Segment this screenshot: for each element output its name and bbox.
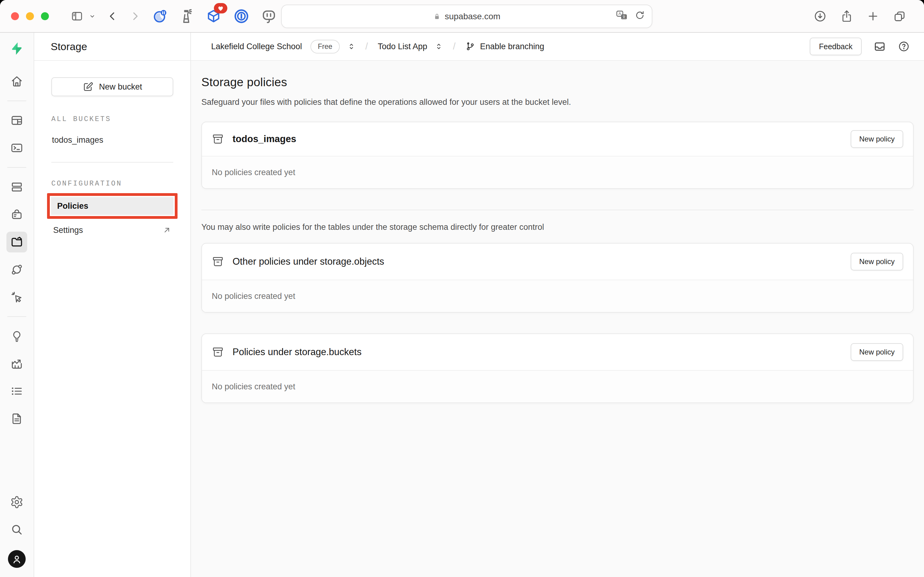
plan-badge: Free: [311, 40, 340, 53]
section-divider: [201, 210, 914, 210]
sidebar-item-reports[interactable]: [6, 353, 27, 374]
lock-icon: [433, 13, 441, 21]
sidebar-item-storage[interactable]: [6, 232, 27, 253]
reload-icon[interactable]: [635, 10, 645, 23]
new-policy-button[interactable]: New policy: [851, 130, 903, 148]
browser-toolbar: I supabase.com A 文: [0, 0, 924, 33]
buckets-section-label: ALL BUCKETS: [52, 115, 173, 123]
help-icon[interactable]: [898, 40, 910, 53]
archive-icon: [212, 133, 224, 145]
empty-policies-text: No policies created yet: [202, 370, 913, 403]
bucket-item-todos-images[interactable]: todos_images: [52, 135, 173, 145]
git-branch-icon: [465, 42, 475, 52]
search-icon[interactable]: [6, 519, 27, 540]
zoom-window-button[interactable]: [41, 12, 49, 20]
policy-card-todos-images: todos_images New policy No policies crea…: [201, 122, 914, 189]
new-policy-button[interactable]: New policy: [851, 253, 903, 271]
onepassword-extension-icon[interactable]: [233, 8, 250, 24]
rail-divider: [7, 100, 26, 101]
main-area: Lakefield College School Free / Todo Lis…: [191, 33, 924, 577]
feedback-button[interactable]: Feedback: [810, 38, 862, 55]
nav-rail: [0, 33, 34, 577]
sidebar-item-database[interactable]: [6, 177, 27, 197]
breadcrumb: Lakefield College School Free / Todo Lis…: [211, 40, 544, 53]
card-title: Other policies under storage.objects: [233, 256, 384, 267]
card-title: todos_images: [233, 134, 296, 145]
policy-card-storage-objects: Other policies under storage.objects New…: [201, 243, 914, 313]
org-name[interactable]: Lakefield College School: [211, 42, 302, 52]
sidebar-item-settings[interactable]: Settings: [47, 221, 177, 239]
empty-policies-text: No policies created yet: [202, 156, 913, 188]
new-tab-icon[interactable]: [866, 10, 879, 23]
tab-overview-icon[interactable]: [893, 10, 906, 23]
url-text: supabase.com: [444, 11, 500, 21]
annotation-highlight-box: Policies: [47, 193, 177, 219]
app-shell: Storage New bucket ALL BUCKETS todos_ima…: [0, 33, 924, 577]
rail-divider: [7, 316, 26, 317]
sidebar-item-project-settings[interactable]: [6, 492, 27, 513]
breadcrumb-separator: /: [451, 41, 458, 52]
schema-note: You may also write policies for the tabl…: [201, 222, 914, 232]
notifications-inbox-icon[interactable]: [873, 40, 886, 53]
sidebar-item-logs[interactable]: [6, 381, 27, 401]
traffic-lights: [11, 12, 49, 20]
back-button-icon[interactable]: [106, 10, 119, 22]
new-bucket-label: New bucket: [99, 82, 142, 92]
sidebar-item-api-docs[interactable]: [6, 408, 27, 429]
configuration-section-label: CONFIGURATION: [52, 180, 173, 188]
share-icon[interactable]: [840, 9, 853, 23]
policy-card-storage-buckets: Policies under storage.buckets New polic…: [201, 334, 914, 403]
page-title: Storage policies: [201, 76, 914, 89]
empty-policies-text: No policies created yet: [202, 280, 913, 312]
sidebar-item-policies[interactable]: Policies: [51, 197, 174, 215]
sleep-timer-extension-icon[interactable]: [152, 8, 168, 24]
org-switcher-chevron-icon[interactable]: [347, 42, 356, 51]
minimize-window-button[interactable]: [26, 12, 34, 20]
sidebar-item-advisors[interactable]: [6, 326, 27, 347]
sidebar-item-edge-functions[interactable]: [6, 259, 27, 280]
edit-icon: [82, 81, 93, 92]
spray-cleaner-extension-icon[interactable]: [180, 8, 194, 24]
enable-branching-button[interactable]: Enable branching: [465, 42, 544, 52]
enable-branching-label: Enable branching: [480, 42, 544, 52]
mastodon-extension-icon[interactable]: [261, 8, 277, 24]
chevron-down-icon[interactable]: [89, 13, 96, 20]
address-bar[interactable]: supabase.com A 文: [281, 5, 652, 28]
downloads-icon[interactable]: [813, 10, 827, 23]
sidebar-toggle-icon[interactable]: [71, 10, 84, 23]
forward-button-icon[interactable]: [129, 10, 141, 22]
svg-text:文: 文: [622, 15, 626, 19]
sidebar-title: Storage: [34, 33, 190, 61]
translate-icon[interactable]: A 文: [616, 10, 628, 23]
svg-text:A: A: [618, 11, 621, 16]
supabase-logo-icon[interactable]: [9, 41, 25, 56]
archive-icon: [212, 346, 224, 358]
breadcrumb-separator: /: [363, 41, 371, 52]
sidebar-divider: [52, 162, 173, 163]
sidebar-item-authentication[interactable]: [6, 204, 27, 225]
package-cube-extension-icon[interactable]: [205, 8, 222, 24]
card-title: Policies under storage.buckets: [233, 347, 361, 358]
project-header: Lakefield College School Free / Todo Lis…: [191, 33, 924, 61]
page-subtitle: Safeguard your files with policies that …: [201, 97, 914, 107]
external-link-icon: [162, 226, 171, 235]
browser-window: I supabase.com A 文: [0, 0, 924, 577]
policies-label: Policies: [57, 201, 88, 211]
sidebar-item-sql-editor[interactable]: [6, 137, 27, 158]
new-bucket-button[interactable]: New bucket: [52, 77, 173, 96]
archive-icon: [212, 256, 224, 268]
sidebar-item-realtime[interactable]: [6, 287, 27, 308]
heart-badge-icon: [214, 3, 227, 13]
account-avatar[interactable]: [8, 550, 26, 568]
close-window-button[interactable]: [11, 12, 19, 20]
project-name[interactable]: Todo List App: [378, 42, 427, 52]
storage-policies-page: Storage policies Safeguard your files wi…: [191, 61, 924, 577]
sidebar-item-home[interactable]: [6, 71, 27, 92]
settings-label: Settings: [53, 226, 83, 235]
project-switcher-chevron-icon[interactable]: [435, 42, 443, 51]
sidebar-item-table-editor[interactable]: [6, 110, 27, 131]
rail-divider: [7, 167, 26, 168]
storage-sidebar: Storage New bucket ALL BUCKETS todos_ima…: [34, 33, 191, 577]
new-policy-button[interactable]: New policy: [851, 343, 903, 361]
